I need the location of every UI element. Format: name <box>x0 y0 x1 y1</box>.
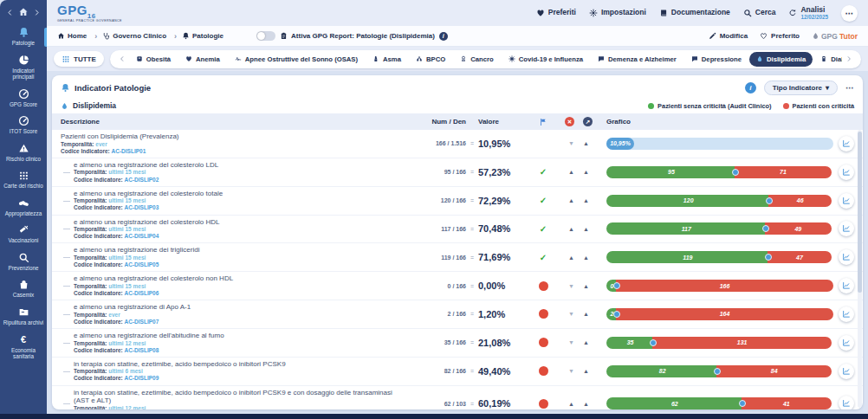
breadcrumb-actions: Modifica Preferito GPGTutor <box>709 32 858 41</box>
trend-chart-button[interactable] <box>839 136 854 151</box>
modifica-button[interactable]: Modifica <box>709 32 748 40</box>
tab-demenza-e-alzheimer[interactable]: Demenza e Alzheimer <box>591 52 683 67</box>
temporalita-label: Temporalità: <box>74 368 107 374</box>
topbar-analisi-button[interactable]: Analisi 12/02/2025 <box>788 6 828 21</box>
report-info-icon[interactable]: i <box>439 32 448 41</box>
report-toggle[interactable] <box>256 31 275 41</box>
tab-dislipidemia[interactable]: Dislipidemia <box>749 52 813 67</box>
pathology-tabs-row: TUTTE Obesità Anemia Apnee Ostrutti <box>47 47 868 71</box>
tab-diabete-mellito-tipo-2[interactable]: Diabete Mellito di tipo 2 <box>813 52 842 67</box>
status-ok-icon: ✓ <box>540 224 547 234</box>
indicator-description: e almeno una registrazione dei triglicer… <box>74 246 397 255</box>
panel-menu-button[interactable]: ⋯ <box>845 83 854 93</box>
temporalita-label: Temporalità: <box>74 283 107 289</box>
indicator-value: 72,29% <box>478 196 530 206</box>
legend-label: Pazienti senza criticità (Audit Clinico) <box>657 102 771 110</box>
trend-chart-button[interactable] <box>839 193 854 209</box>
more-options-button[interactable]: ⋯ <box>841 5 858 22</box>
tab-obesita[interactable]: Obesità <box>129 52 178 67</box>
scrollbar-thumb[interactable] <box>858 132 862 293</box>
search-icon <box>18 252 29 263</box>
temporalita-label: Temporalità: <box>74 312 107 318</box>
pencil-icon <box>709 32 716 40</box>
preferito-button[interactable]: Preferito <box>760 32 800 40</box>
tabs-scroll-right-icon[interactable] <box>845 55 852 62</box>
sidebar-item-appropriatezza[interactable]: Appropriatezza <box>0 194 47 222</box>
tab-asma[interactable]: Asma <box>366 52 408 67</box>
sidebar-item-itot-score[interactable]: ITOT Score <box>0 112 47 139</box>
tab-cancro[interactable]: Cancro <box>453 52 501 67</box>
sidebar-item-ripulitura-archivi[interactable]: Ripulitura archivi <box>0 303 47 331</box>
sidebar-item-carte-del-rischio[interactable]: Carte del rischio <box>0 166 47 194</box>
info-icon[interactable]: i <box>745 82 756 93</box>
table-header: Descrizione Num / Den Valore ✕ ↗ Grafico <box>52 113 863 130</box>
topbar-cerca-button[interactable]: Cerca <box>743 9 776 17</box>
sidebar-item-rischio-clinico[interactable]: Rischio clinico <box>0 139 47 167</box>
trend-chart-button[interactable] <box>839 335 854 351</box>
chevron-left-icon[interactable] <box>6 9 14 16</box>
tab-bpco[interactable]: BPCO <box>409 52 452 67</box>
chart-line-icon <box>842 310 851 319</box>
sidebar-item-label: Vaccinazioni <box>9 237 39 244</box>
indicator-description: in terapia con statine, ezetimibe, acido… <box>74 360 397 369</box>
legend: Pazienti senza criticità (Audit Clinico)… <box>648 102 854 110</box>
home-icon[interactable] <box>18 7 29 17</box>
chart-line-icon <box>842 253 851 261</box>
chart-line-icon <box>842 139 851 148</box>
trend-arrow-2: ▲ <box>583 255 589 261</box>
trend-chart-button[interactable] <box>839 396 854 409</box>
tipo-indicatore-dropdown[interactable]: Tipo Indicatore ▾ <box>764 81 838 95</box>
sidebar-item-vaccinazioni[interactable]: Vaccinazioni <box>0 221 47 248</box>
trend-column-icon[interactable]: ↗ <box>583 117 593 126</box>
trend-chart-button[interactable] <box>839 364 854 379</box>
sidebar-item-prevenzione[interactable]: Prevenzione <box>0 248 47 276</box>
trend-arrow-1: ▼ <box>568 311 574 317</box>
sidebar-item-indicatori-principali[interactable]: Indicatori principali <box>0 51 47 85</box>
content-area: Indicatori Patologie i Tipo Indicatore ▾… <box>47 71 868 414</box>
critical-column-icon[interactable]: ✕ <box>565 117 574 126</box>
app-logo[interactable]: GPG16 GENERAL PRACTICE GOVERNANCE <box>57 3 122 23</box>
indicator-value: 49,40% <box>478 366 530 377</box>
bar-green-segment: 95 <box>606 166 736 178</box>
tab-tutte[interactable]: TUTTE <box>54 51 104 67</box>
topbar-preferiti-button[interactable]: Preferiti <box>536 9 576 17</box>
num-den-value: 95 / 166 <box>397 169 466 175</box>
vertical-scrollbar[interactable] <box>858 130 862 408</box>
gpg-tutor-link[interactable]: GPGTutor <box>812 32 858 41</box>
breadcrumb-patologie[interactable]: Patologie <box>182 32 223 40</box>
chevron-right-icon[interactable] <box>33 9 41 16</box>
temporalita-value: ultimi 15 mesi <box>108 255 146 261</box>
sidebar-item-casemix[interactable]: Casemix <box>0 275 47 303</box>
breadcrumb-governo-clinico[interactable]: Governo Clinico <box>102 32 177 41</box>
sidebar-item-economia-sanitaria[interactable]: € Economia sanitaria <box>0 331 47 364</box>
tabs-scroll-left-icon[interactable] <box>119 55 126 62</box>
bar-green-segment: 35 <box>606 337 654 349</box>
indicator-bar: 120 46 <box>606 195 833 207</box>
trend-chart-button[interactable] <box>839 306 854 322</box>
temporalita-value: ultimi 15 mesi <box>108 283 146 289</box>
sidebar-item-gpg-score[interactable]: GPG Score <box>0 85 47 113</box>
topbar-impostazioni-button[interactable]: Impostazioni <box>589 9 646 17</box>
bar-green-segment: 119 <box>606 251 769 263</box>
trend-arrow-1: ▲ <box>568 197 574 203</box>
trend-chart-button[interactable] <box>839 221 854 236</box>
tab-anemia[interactable]: Anemia <box>178 52 227 67</box>
breadcrumb-home[interactable]: Home <box>57 32 97 41</box>
tab-apnee-osas[interactable]: Apnee Ostruttive del Sonno (OSAS) <box>228 52 365 67</box>
tab-label: Covid-19 e Influenza <box>519 55 583 63</box>
status-ok-icon: ✓ <box>540 253 547 262</box>
trend-chart-button[interactable] <box>839 249 854 265</box>
tab-covid-19-e-influenza[interactable]: Covid-19 e Influenza <box>502 52 590 67</box>
tab-label: Diabete Mellito di tipo 2 <box>831 55 842 63</box>
heart-outline-icon <box>760 32 768 40</box>
sidebar-item-patologie[interactable]: Patologie <box>0 23 47 51</box>
indicators-panel: Indicatori Patologie i Tipo Indicatore ▾… <box>52 75 863 409</box>
tab-depressione[interactable]: Depressione <box>684 52 748 67</box>
trend-chart-button[interactable] <box>839 278 854 293</box>
trend-arrow-1: ▼ <box>568 339 574 345</box>
flag-column-icon[interactable] <box>539 118 547 126</box>
table-row: e almeno una registrazione del colestero… <box>52 272 863 300</box>
topbar-documentazione-button[interactable]: Documentazione <box>659 9 730 17</box>
trend-chart-button[interactable] <box>839 164 854 180</box>
indicator-description: e almeno una registrazione dell'abitudin… <box>74 332 397 340</box>
